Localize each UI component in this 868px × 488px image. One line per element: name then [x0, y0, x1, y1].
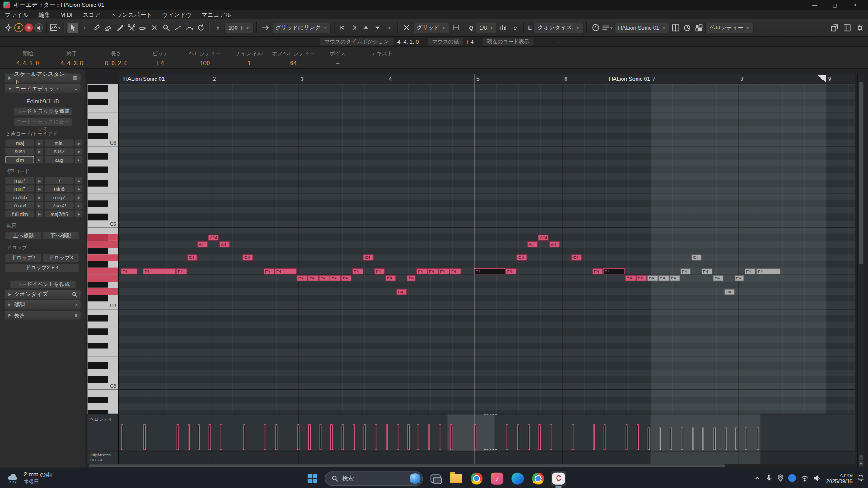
velocity-bar[interactable] — [342, 424, 344, 450]
velocity-bar[interactable] — [725, 428, 727, 450]
chrome-button[interactable] — [469, 470, 484, 486]
piano-key-D#4[interactable] — [87, 282, 108, 288]
info-field-value[interactable]: 4. 4. 3. 0 — [61, 60, 83, 66]
insert-velocity-spinner[interactable]: 100▲▼▼ — [224, 23, 253, 33]
nudge-options-arrow[interactable]: ▼ — [384, 23, 395, 33]
velocity-bar[interactable] — [626, 424, 628, 450]
velocity-lane[interactable] — [119, 414, 855, 451]
horizontal-scrollbar-thumb[interactable] — [89, 464, 725, 467]
color-scheme-dropdown[interactable]: ベロシティー▼ — [706, 23, 754, 33]
piano-key-D#3[interactable] — [87, 363, 108, 369]
microphone-icon[interactable] — [766, 474, 773, 482]
chord-button-dim[interactable]: dim — [5, 156, 34, 163]
browser-profile-button[interactable] — [530, 470, 546, 486]
object-selection-tool[interactable] — [68, 23, 78, 33]
info-field-value[interactable]: 64 — [290, 60, 297, 66]
quantize-preset-dropdown[interactable]: 1/8▼ — [476, 23, 497, 33]
velocity-bar[interactable] — [353, 424, 355, 450]
midi-note-E4[interactable]: E4 — [308, 275, 319, 281]
chord-button-aug[interactable]: aug — [45, 156, 74, 163]
weather-widget[interactable]: 2 mm の雨 木曜日 — [5, 471, 52, 486]
mute-tool[interactable] — [149, 23, 160, 33]
velocity-bar[interactable] — [692, 428, 694, 450]
midi-note-F4[interactable]: F4 — [680, 268, 691, 274]
menu-edit[interactable]: 編集 — [34, 9, 56, 19]
link-pitch-icon[interactable] — [260, 23, 270, 33]
chord-button-full-dim[interactable]: full dim — [5, 210, 34, 217]
midi-note-E4[interactable]: E4 — [407, 275, 416, 281]
panel-length[interactable]: ▶ 長さ ≡ — [5, 311, 81, 320]
chord-button-7sus2[interactable]: 7sus2 — [45, 202, 74, 209]
velocity-bar[interactable] — [188, 424, 190, 450]
midi-note-A4[interactable]: A4 — [219, 241, 230, 247]
transpose-up-button[interactable] — [361, 23, 371, 33]
file-explorer-button[interactable] — [448, 470, 464, 486]
chord-variant-arrow[interactable]: ▶ — [75, 194, 83, 201]
velocity-bar[interactable] — [143, 424, 146, 450]
midi-note-G4[interactable]: G4 — [571, 255, 582, 261]
chord-button-minj7[interactable]: minj7 — [45, 194, 74, 201]
settings-gear-icon[interactable] — [855, 23, 865, 33]
midi-note-E4[interactable]: E4 — [625, 275, 636, 281]
loop-icon[interactable] — [196, 23, 206, 33]
highlighted-key-A4[interactable] — [87, 241, 118, 248]
wifi-icon[interactable] — [801, 474, 809, 482]
highlighted-key-G4[interactable] — [87, 254, 118, 261]
midi-note-G4[interactable]: G4 — [242, 255, 253, 261]
piano-key-G#4[interactable] — [87, 248, 108, 254]
midi-note-F4[interactable]: F4 — [121, 268, 137, 274]
panel-scale-assistant[interactable]: ▶ スケールアシスタント ▦ — [5, 74, 81, 83]
tool-dropdown-arrow[interactable]: ▼ — [80, 23, 90, 33]
info-field-value[interactable]: F4 — [157, 60, 164, 66]
velocity-bar[interactable] — [681, 428, 683, 450]
midi-note-F4[interactable]: F4 — [427, 268, 438, 274]
snap-mode-icon[interactable] — [451, 23, 461, 33]
midi-note-F4[interactable]: F4 — [374, 268, 385, 274]
velocity-bar[interactable] — [735, 428, 737, 450]
midi-note-A4[interactable]: A4 — [549, 241, 560, 247]
piano-key-G#6[interactable] — [87, 85, 108, 92]
chord-variant-arrow[interactable]: ▶ — [75, 210, 83, 217]
show-part-borders-icon[interactable] — [670, 23, 681, 33]
chord-button-m7-b5[interactable]: m7/b5 — [5, 194, 34, 201]
taskbar-clock[interactable]: 23:49 2025/09/16 — [826, 472, 852, 484]
teams-status-icon[interactable] — [788, 474, 796, 482]
edge-button[interactable] — [510, 470, 525, 486]
cubase-taskbar-button[interactable]: C — [551, 470, 566, 486]
midi-note-A#4[interactable]: A#4 — [208, 235, 218, 240]
velocity-bar[interactable] — [474, 424, 476, 450]
length-quantize-dropdown[interactable]: クオンタイズ.▼ — [534, 23, 584, 33]
midi-input-icon[interactable] — [590, 23, 600, 33]
midi-note-G4[interactable]: G4 — [187, 255, 197, 261]
menu-manual[interactable]: マニュアル — [197, 9, 236, 19]
info-field-value[interactable]: 1 — [247, 60, 250, 66]
velocity-bar[interactable] — [297, 424, 300, 450]
velocity-bar[interactable] — [264, 424, 266, 450]
selection-handle-top[interactable] — [484, 414, 497, 415]
notification-bell-icon[interactable] — [857, 474, 865, 482]
velocity-bar[interactable] — [121, 424, 123, 450]
info-field-value[interactable]: 4. 4. 1. 0 — [16, 60, 39, 66]
velocity-bar[interactable] — [572, 424, 574, 450]
timeline-ruler[interactable]: HALion Sonic 01 HALion Sonic 01 23456789 — [119, 74, 855, 84]
midi-note-F4[interactable]: F4 — [274, 268, 297, 274]
piano-key-C#3[interactable] — [87, 376, 108, 383]
midi-note-E4[interactable]: E4 — [385, 275, 396, 281]
menu-midi[interactable]: MIDI — [55, 9, 77, 19]
window-layout-icon[interactable] — [842, 23, 852, 33]
media-player-button[interactable]: ♪ — [489, 470, 505, 486]
grid-type-dropdown[interactable]: グリッド▼ — [413, 23, 449, 33]
step-input-icon[interactable]: ▼ — [602, 23, 613, 33]
create-chord-event-button[interactable]: コードイベントを作成 — [10, 281, 75, 288]
quantize-panel-button[interactable]: e — [510, 23, 520, 33]
chord-button-7sus4[interactable]: 7sus4 — [5, 202, 34, 209]
zoom-out-button[interactable]: − — [859, 461, 863, 466]
info-field-value[interactable]: 0. 0. 2. 0 — [105, 60, 127, 66]
chord-variant-arrow[interactable]: ▶ — [75, 148, 83, 155]
piano-key-C#6[interactable] — [87, 133, 108, 139]
chord-variant-arrow[interactable]: ▶ — [36, 177, 43, 184]
maximize-button[interactable]: ▢ — [825, 0, 844, 10]
midi-note-F4[interactable]: F4 — [505, 268, 516, 274]
midi-note-E4[interactable]: E4 — [735, 275, 744, 281]
midi-note-G4[interactable]: G4 — [516, 255, 527, 261]
